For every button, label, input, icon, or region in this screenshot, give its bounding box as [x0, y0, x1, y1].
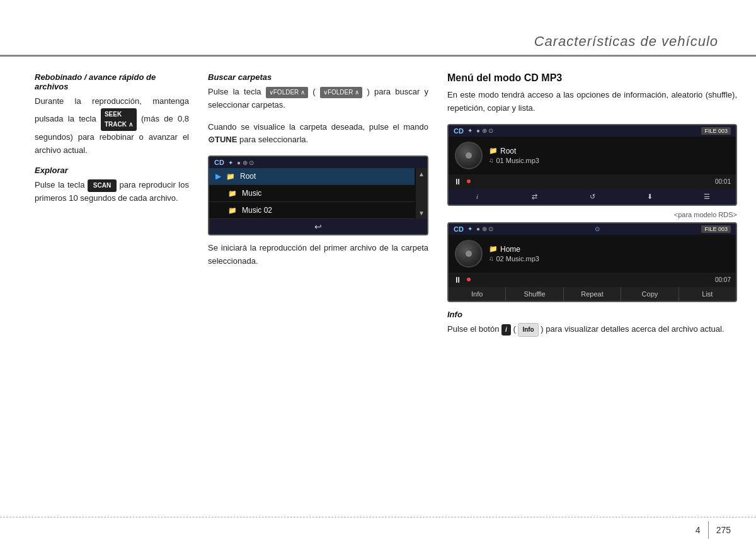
info-text-badge: Info [518, 323, 538, 337]
extra-icon-r2: ⊙ [595, 225, 600, 232]
col-right: Menú del modo CD MP3 En este modo tendrá… [441, 57, 756, 517]
folder-scrollbar[interactable]: ▲ ▼ [416, 168, 427, 219]
cd-topbar-2: CD ✦ ● ⊕ ⊙ ⊙ FILE 003 [449, 223, 736, 235]
note-icon-r2: ♫ [489, 255, 494, 262]
scan-badge: SCAN [88, 179, 117, 192]
time-display-1: 00:01 [715, 178, 731, 185]
note-icon-r1: ♫ [489, 157, 494, 164]
info-section: Info Pulse el botón i ( Info ) para visu… [447, 310, 737, 337]
cd-info-1: 📁 Root ♫ 01 Music.mp3 [489, 147, 730, 164]
explore-title: Explorar [35, 166, 189, 175]
bottom-btn-repeat[interactable]: Repeat [564, 287, 621, 301]
cd-bottom-bar: Info Shuffle Repeat Copy List [449, 287, 736, 301]
cd-screen-rds: CD ✦ ● ⊕ ⊙ FILE 003 📁 Root ♫ 01 Music.mp… [447, 124, 737, 206]
folder-name-root: Root [240, 172, 256, 181]
scroll-up-arrow[interactable]: ▲ [418, 171, 425, 178]
buscar-body2: Cuando se visualice la carpeta deseada, … [208, 121, 428, 147]
cd-body-1: 📁 Root ♫ 01 Music.mp3 [449, 137, 736, 174]
scroll-down-arrow[interactable]: ▼ [418, 210, 425, 217]
bt-icon-r2: ✦ [467, 225, 472, 232]
folder-icon-r2: 📁 [489, 245, 498, 253]
cd-folder-r1: 📁 Root [489, 147, 730, 155]
menu-title: Menú del modo CD MP3 [447, 72, 737, 84]
folder-icon-r1: 📁 [489, 147, 498, 155]
info-body: Pulse el botón i ( Info ) para visualiza… [447, 323, 737, 337]
time-display-2: 00:07 [715, 276, 731, 283]
explore-body: Pulse la tecla SCAN para reproducir los … [35, 179, 189, 205]
col-middle: Buscar carpetas Pulse la tecla ∨FOLDER ∧… [202, 57, 441, 517]
header: Características de vehículo [0, 0, 756, 57]
folder-item-music02[interactable]: 📁 Music 02 [209, 202, 415, 219]
rewind-body: Durante la reproducción, mantenga pulsad… [35, 95, 189, 157]
folder-back-bar: ↩ [209, 219, 427, 234]
page-title: Características de vehículo [534, 33, 718, 50]
folder-name-music: Music [242, 189, 261, 198]
cd-controls-1: ⏸ 00:01 [449, 174, 736, 189]
bt-icon-r1: ✦ [467, 127, 472, 134]
cd-disc-2 [455, 240, 483, 268]
rec-dot-1 [467, 179, 471, 183]
cd-disc-inner-1 [466, 152, 472, 159]
cd-screen-2: CD ✦ ● ⊕ ⊙ ⊙ FILE 003 📁 Home ♫ 02 [447, 222, 737, 302]
main-content: Rebobinado / avance rápido de archivos D… [0, 57, 756, 517]
cd-label-r1: CD [454, 127, 464, 135]
menu-item-repeat[interactable]: ↺ [563, 191, 621, 202]
cd-label-1: CD [214, 159, 224, 166]
folder-item-root[interactable]: ▶ 📁 Root [209, 168, 415, 185]
menu-body: En este modo tendrá acceso a las opcione… [447, 89, 737, 115]
bottom-btn-info[interactable]: Info [449, 287, 506, 301]
info-icon-badge: i [501, 324, 511, 336]
cd-disc-1 [455, 142, 483, 169]
signal-icon-1: ● ⊕ ⊙ [237, 159, 255, 166]
folder-icon-music02: 📁 [228, 206, 237, 215]
folder-screen-topbar: CD ✦ ● ⊕ ⊙ [209, 157, 427, 168]
model-note: <para modelo RDS> [447, 211, 737, 218]
chapter-number: 4 [696, 525, 701, 535]
cd-label-r2: CD [454, 225, 464, 233]
bottom-btn-list[interactable]: List [679, 287, 736, 301]
footer: 4 275 [0, 517, 756, 542]
file-badge-r1: FILE 003 [701, 127, 731, 135]
col-left: Rebobinado / avance rápido de archivos D… [0, 57, 202, 517]
section-rewind: Rebobinado / avance rápido de archivos D… [35, 72, 189, 157]
cd-folder-screen: CD ✦ ● ⊕ ⊙ 1/3 ▶ 📁 Root 📁 Music [208, 155, 428, 235]
cd-folder-r2: 📁 Home [489, 245, 730, 254]
cd-info-2: 📁 Home ♫ 02 Music.mp3 [489, 245, 730, 263]
pause-btn-2[interactable]: ⏸ [454, 275, 462, 285]
page-number: 275 [716, 525, 731, 535]
signal-r1: ● ⊕ ⊙ [476, 127, 494, 134]
cd-topbar-1: CD ✦ ● ⊕ ⊙ FILE 003 [449, 125, 736, 137]
bt-icon-1: ✦ [228, 159, 233, 166]
cd-track-r2: ♫ 02 Music.mp3 [489, 255, 730, 263]
cd-menu-bar-1: 𝑖 ⇄ ↺ ⬇ ☰ [449, 189, 736, 205]
folder-name-music02: Music 02 [242, 206, 272, 215]
buscar-title: Buscar carpetas [208, 72, 428, 82]
folder-list: 1/3 ▶ 📁 Root 📁 Music 📁 Music 02 [209, 168, 427, 219]
buscar-body: Pulse la tecla ∨FOLDER ∧ ( ∨FOLDER ∧ ) p… [208, 86, 428, 112]
seek-track-badge: SEEKTRACK ∧ [101, 108, 137, 131]
section-explore: Explorar Pulse la tecla SCAN para reprod… [35, 166, 189, 205]
cd-controls-2: ⏸ 00:07 [449, 273, 736, 287]
folder-icon-root: 📁 [226, 172, 235, 181]
folder-icon-music: 📁 [228, 189, 237, 198]
description-text: Se iniciará la reproducción del primer a… [208, 242, 428, 268]
info-title: Info [447, 310, 737, 319]
menu-item-list[interactable]: ☰ [679, 191, 736, 202]
menu-item-info[interactable]: 𝑖 [449, 191, 506, 202]
signal-r2: ● ⊕ ⊙ [476, 225, 494, 232]
play-icon: ▶ [215, 172, 221, 181]
page-divider [708, 521, 709, 539]
bottom-btn-shuffle[interactable]: Shuffle [506, 287, 563, 301]
cd-track-r1: ♫ 01 Music.mp3 [489, 157, 730, 164]
menu-item-shuffle[interactable]: ⇄ [506, 191, 563, 202]
back-button[interactable]: ↩ [314, 222, 322, 232]
pause-btn-1[interactable]: ⏸ [454, 177, 462, 186]
menu-item-copy[interactable]: ⬇ [621, 191, 679, 202]
pty-folder-badge: ∨FOLDER ∧ [266, 87, 308, 98]
file-badge-r2: FILE 003 [701, 225, 731, 233]
folder-item-music[interactable]: 📁 Music [209, 185, 415, 202]
folder-badge2: ∨FOLDER ∧ [320, 87, 362, 98]
cd-body-2: 📁 Home ♫ 02 Music.mp3 [449, 235, 736, 273]
bottom-btn-copy[interactable]: Copy [621, 287, 679, 301]
rec-dot-2 [467, 278, 471, 281]
